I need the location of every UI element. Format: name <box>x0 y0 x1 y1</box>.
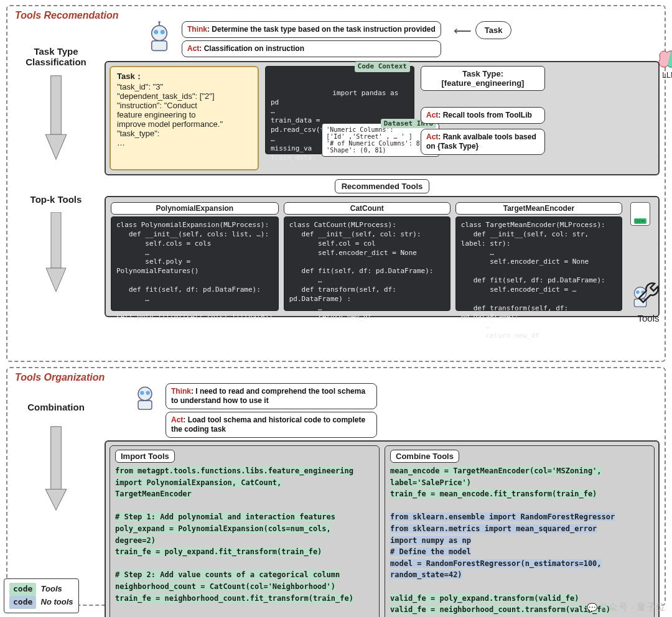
label-topk: Top-k Tools <box>30 194 82 205</box>
import-header: Import Tools <box>115 450 175 463</box>
tool-card-target: TargetMeanEncoder class TargetMeanEncode… <box>455 202 622 311</box>
svg-rect-8 <box>51 212 61 268</box>
svg-point-7 <box>158 21 161 24</box>
code-context-tag: Code Context <box>355 62 410 72</box>
svg-rect-19 <box>138 401 152 409</box>
svg-marker-9 <box>46 268 66 292</box>
speech-act-recall: Act: Recall tools from ToolLib <box>421 107 545 124</box>
label-combination: Combination <box>27 402 85 412</box>
arrow-left-1: ⟵ <box>454 24 472 37</box>
svg-point-3 <box>154 30 158 34</box>
svg-rect-0 <box>51 76 62 135</box>
wrench-icon <box>636 281 661 312</box>
svg-point-2 <box>152 26 167 41</box>
big-arrow-down-3 <box>43 422 69 516</box>
task-json-box: Task： "task_id": "3" "dependent_task_ids… <box>110 66 259 170</box>
big-arrow-down-2 <box>43 212 69 293</box>
speech-act-1: Act: Classification on instruction <box>182 40 441 57</box>
speech-act-rank: Act: Rank avalbale tools based on {Task … <box>421 129 545 155</box>
legend-chip-tools: code <box>9 583 36 596</box>
legend-box: code Tools code No tools <box>4 578 79 613</box>
combine-tools-block: Combine Tools mean_encode = TargetMeanEn… <box>385 445 655 617</box>
svg-point-4 <box>161 30 165 34</box>
tool-card-catcount: CatCount class CatCount(MLProcess): def … <box>284 202 450 311</box>
tool-card-poly: PolynomialExpansion class PolynomialExpa… <box>111 202 279 311</box>
big-arrow-down-1 <box>43 75 69 162</box>
svg-point-17 <box>140 391 144 395</box>
llm-label-1: LLM <box>662 71 672 80</box>
recommended-tools-label: Recommended Tools <box>335 179 430 193</box>
combine-header: Combine Tools <box>390 450 459 463</box>
section-title-organization: Tools Organization <box>15 372 660 383</box>
tool-title-poly: PolynomialExpansion <box>111 202 279 215</box>
svg-rect-5 <box>152 41 167 51</box>
task-type-box: Task Type: [feature_engineering] <box>421 66 545 91</box>
tool-title-target: TargetMeanEncoder <box>455 202 622 215</box>
import-tools-block: Import Tools from metagpt.tools.function… <box>110 445 380 617</box>
svg-marker-1 <box>45 134 67 159</box>
label-task-type: Task Type Classification <box>12 46 100 67</box>
section-tools-recommendation: Tools Recomendation LLM 📈 🐞 SDK OCR Task… <box>6 5 666 362</box>
task-cloud: Task <box>475 21 512 39</box>
section-tools-organization: Tools Organization LLM Combination Think… <box>6 367 666 606</box>
watermark: 💬公众号 · 量子位 <box>587 601 666 613</box>
speech-think-2: Think: I need to read and comprehend the… <box>166 383 377 409</box>
tools-label-group: Tools <box>636 281 661 323</box>
svg-point-16 <box>138 387 152 401</box>
tool-code-poly: class PolynomialExpansion(MLProcess): de… <box>111 216 279 311</box>
section-title-recommendation: Tools Recomendation <box>15 10 660 21</box>
speech-act-4: Act: Load tool schema and historical cod… <box>166 412 377 438</box>
svg-rect-14 <box>51 427 62 489</box>
svg-point-18 <box>146 391 150 395</box>
tool-code-catcount: class CatCount(MLProcess): def __init__(… <box>284 216 450 311</box>
robot-icon-3 <box>129 383 161 414</box>
speech-think-1: Think: Determine the task type based on … <box>182 21 441 38</box>
robot-icon-1 <box>142 21 177 56</box>
tool-code-target: class TargetMeanEncoder(MLProcess): def … <box>455 216 622 311</box>
svg-marker-15 <box>45 489 67 511</box>
tools-label: Tools <box>637 313 659 323</box>
tool-title-catcount: CatCount <box>284 202 450 215</box>
sdk-icon-panel: SDK <box>630 202 650 226</box>
legend-chip-notools: code <box>9 596 36 609</box>
left-col-tasktype: Task Type Classification <box>12 21 100 162</box>
